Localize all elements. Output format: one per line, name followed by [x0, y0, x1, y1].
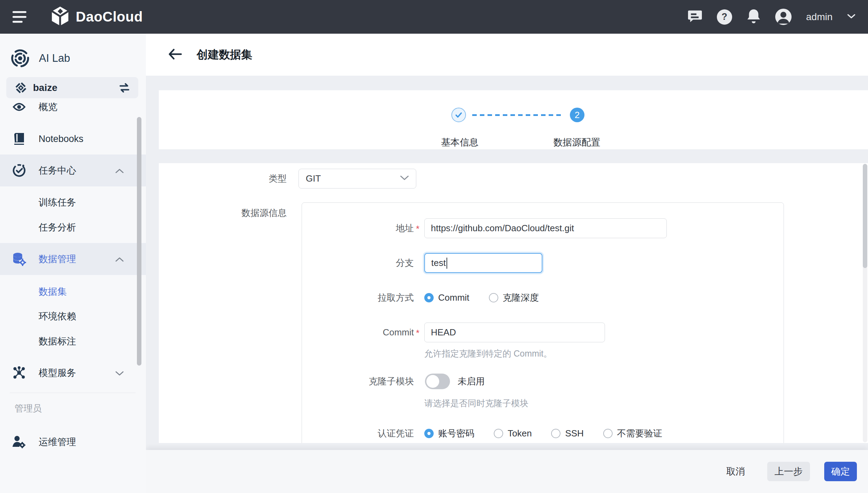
main-area: 创建数据集 2 基本信息 数据源配置 类型 GIT 数据源信息 — [146, 34, 868, 493]
cancel-button[interactable]: 取消 — [716, 465, 755, 478]
radio-icon — [603, 429, 613, 438]
daocloud-logo-icon — [51, 7, 69, 27]
sidebar-divider — [10, 393, 136, 393]
database-gear-icon — [10, 243, 28, 275]
product-header: AI Lab — [0, 48, 146, 69]
branch-value: test — [431, 258, 446, 268]
radio-icon — [494, 429, 503, 438]
page-header: 创建数据集 — [146, 34, 868, 76]
sidebar-item-data-annotation[interactable]: 数据标注 — [0, 329, 146, 354]
sidebar-item-task-center[interactable]: 任务中心 — [0, 154, 146, 186]
book-icon — [10, 126, 28, 151]
branch-label: 分支 — [302, 253, 414, 273]
bell-icon[interactable] — [747, 9, 761, 25]
step-1-circle — [451, 108, 466, 122]
page-title: 创建数据集 — [197, 34, 252, 76]
workspace-icon — [15, 82, 27, 95]
cluster-icon — [10, 357, 28, 389]
type-select[interactable]: GIT — [298, 169, 416, 189]
sidebar-item-model-services[interactable]: 模型服务 — [0, 357, 146, 389]
chevron-down-icon[interactable] — [847, 14, 855, 20]
pull-mode-options: Commit 克隆深度 — [424, 288, 539, 307]
eye-icon — [10, 98, 28, 119]
chevron-up-icon — [115, 257, 124, 263]
sidebar-item-data-management[interactable]: 数据管理 — [0, 243, 146, 275]
ai-lab-icon — [10, 49, 30, 69]
source-info-label: 数据源信息 — [159, 208, 287, 218]
branch-input[interactable]: test — [424, 253, 542, 273]
chat-icon[interactable] — [688, 9, 702, 25]
submodule-toggle[interactable] — [425, 374, 450, 389]
type-select-value: GIT — [306, 173, 321, 184]
navbar-actions: ? admin — [688, 0, 855, 34]
radio-ssh[interactable]: SSH — [551, 428, 583, 439]
commit-input[interactable] — [424, 323, 605, 342]
chevron-down-icon — [115, 371, 124, 377]
radio-selected-icon — [424, 429, 434, 438]
required-marker: * — [416, 218, 423, 240]
workspace-selector[interactable]: baize — [6, 77, 138, 98]
footer-bar: 取消 上一步 确定 — [146, 450, 868, 493]
radio-icon — [489, 293, 498, 302]
sidebar-item-job-analysis[interactable]: 任务分析 — [0, 215, 146, 240]
sidebar-item-datasets[interactable]: 数据集 — [0, 279, 146, 304]
auth-label: 认证凭证 — [302, 424, 414, 443]
submodule-label: 克隆子模块 — [302, 371, 414, 391]
type-label: 类型 — [159, 169, 287, 189]
workspace-name: baize — [33, 77, 57, 98]
admin-section-label: 管理员 — [15, 402, 42, 415]
radio-commit[interactable]: Commit — [424, 292, 469, 303]
submodule-hint: 请选择是否同时克隆子模块 — [424, 397, 529, 409]
required-marker: * — [416, 323, 423, 344]
sidebar-item-notebooks[interactable]: Notebooks — [0, 126, 146, 151]
auth-options: 账号密码 Token SSH 不需要验证 — [424, 424, 662, 443]
radio-no-auth[interactable]: 不需要验证 — [603, 427, 662, 440]
text-caret — [447, 258, 448, 269]
commit-label: Commit — [302, 323, 414, 342]
sidebar-menu: 概览 Notebooks 任务中心 训练任务 — [0, 98, 146, 393]
radio-token[interactable]: Token — [494, 428, 532, 439]
sidebar: AI Lab baize 概览 — [0, 34, 146, 493]
check-icon — [455, 112, 462, 118]
radio-clone-depth[interactable]: 克隆深度 — [489, 292, 539, 304]
sidebar-scrollbar[interactable] — [137, 117, 141, 366]
source-info-box: 地址 * 分支 test 拉取方式 Commit 克隆 — [302, 202, 784, 443]
product-name: AI Lab — [39, 48, 70, 69]
submodule-state: 未启用 — [458, 375, 485, 387]
sidebar-item-overview[interactable]: 概览 — [0, 98, 146, 119]
address-input[interactable] — [424, 218, 667, 238]
pull-mode-label: 拉取方式 — [302, 288, 414, 307]
sidebar-item-training-jobs[interactable]: 训练任务 — [0, 190, 146, 215]
submodule-row: 未启用 — [425, 371, 485, 391]
radio-account-password[interactable]: 账号密码 — [424, 427, 474, 440]
steps-card: 2 基本信息 数据源配置 — [159, 90, 868, 149]
form-scrollbar-thumb[interactable] — [863, 164, 867, 268]
previous-step-button[interactable]: 上一步 — [767, 462, 810, 481]
task-center-icon — [10, 154, 28, 186]
brand-name: DaoCloud — [76, 9, 143, 25]
top-navbar: DaoCloud ? admin — [0, 0, 868, 34]
switch-workspace-icon[interactable] — [119, 83, 130, 94]
radio-selected-icon — [424, 293, 434, 302]
step-connector — [472, 114, 562, 116]
sidebar-item-ops-management[interactable]: 运维管理 — [0, 429, 146, 454]
sidebar-item-env-dependencies[interactable]: 环境依赖 — [0, 304, 146, 329]
step-1-label: 基本信息 — [421, 136, 498, 149]
menu-icon[interactable] — [13, 11, 28, 23]
back-arrow-icon[interactable] — [168, 48, 182, 61]
user-gear-icon — [10, 429, 28, 454]
brand[interactable]: DaoCloud — [51, 0, 143, 34]
step-2-circle: 2 — [570, 108, 584, 122]
avatar[interactable] — [775, 9, 792, 25]
radio-icon — [551, 429, 560, 438]
help-icon[interactable]: ? — [717, 9, 732, 25]
app-root: DaoCloud ? admin — [0, 0, 868, 493]
confirm-button[interactable]: 确定 — [824, 462, 857, 481]
chevron-down-icon — [400, 175, 409, 182]
chevron-up-icon — [115, 168, 124, 175]
form-card: 类型 GIT 数据源信息 地址 * 分支 test 拉取方式 — [159, 163, 868, 443]
username[interactable]: admin — [806, 11, 833, 23]
address-label: 地址 — [302, 218, 414, 238]
step-2-label: 数据源配置 — [539, 136, 615, 149]
commit-hint: 允许指定克隆到特定的 Commit。 — [424, 348, 552, 359]
